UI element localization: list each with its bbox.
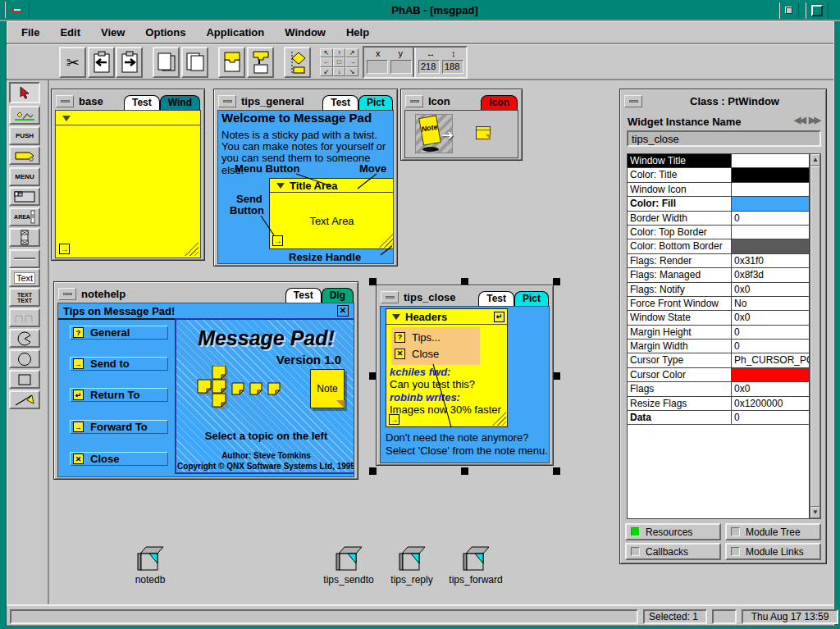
y-field[interactable]: [390, 60, 412, 74]
property-row[interactable]: Force Front Window No: [628, 297, 809, 311]
menu-item[interactable]: Edit: [60, 26, 80, 39]
property-row[interactable]: Margin Height 0: [628, 326, 809, 340]
nudge-arrow-button[interactable]: ↙: [320, 67, 333, 76]
property-row[interactable]: Cursor Type Ph_CURSOR_PO: [628, 353, 809, 367]
property-row[interactable]: Data 0: [628, 411, 809, 425]
pane-tool[interactable]: P: [9, 187, 40, 206]
nudge-arrow-button[interactable]: ↓: [333, 67, 346, 76]
titlebar[interactable]: PhAB - [msgpad]: [0, 0, 840, 21]
topic-button[interactable]: ↵ Return To: [70, 388, 168, 402]
property-row[interactable]: Window Icon: [628, 183, 809, 197]
align-button[interactable]: [284, 47, 311, 78]
topic-button[interactable]: ✕ Close: [70, 452, 168, 466]
module-window-tips-general[interactable]: tips_general Test Pict Welcome to Messag…: [213, 89, 398, 267]
line-tool[interactable]: [9, 390, 40, 409]
selection-handle[interactable]: [553, 372, 560, 380]
property-row[interactable]: Cursor Color: [628, 368, 809, 382]
property-row[interactable]: Border Width 0: [628, 212, 809, 226]
property-row[interactable]: Color: Bottom Border: [628, 239, 809, 253]
next-widget-button[interactable]: ▶▶: [809, 115, 819, 125]
dialog-close-button[interactable]: ✕: [337, 305, 349, 317]
property-value[interactable]: 0: [732, 411, 809, 424]
nudge-arrow-button[interactable]: ↘: [345, 67, 358, 76]
app-icon-small[interactable]: [476, 126, 491, 139]
property-row[interactable]: Window State 0x0: [628, 311, 809, 325]
tab-wind[interactable]: Wind: [160, 95, 200, 110]
nudge-arrow-button[interactable]: ↖: [320, 48, 333, 57]
nudge-arrow-button[interactable]: ↗: [345, 48, 358, 57]
tips-general-canvas[interactable]: Welcome to Message Pad Notes is a sticky…: [217, 110, 394, 264]
detach-widget-button[interactable]: [247, 47, 274, 78]
module-icon-tips-reply[interactable]: tips_reply: [379, 545, 445, 586]
tab-test[interactable]: Test: [322, 95, 358, 110]
note-menu-item[interactable]: ✕ Close: [395, 345, 477, 362]
nudge-arrow-button[interactable]: ←: [320, 57, 333, 66]
property-value[interactable]: 0: [732, 326, 809, 339]
label-tool[interactable]: [9, 146, 40, 165]
property-value[interactable]: [732, 197, 809, 210]
callbacks-toggle[interactable]: Callbacks: [625, 543, 721, 560]
nudge-arrow-button[interactable]: □: [333, 57, 346, 66]
tips-close-titlebar[interactable]: tips_close Test Pict: [380, 289, 550, 306]
module-menu-button[interactable]: [381, 291, 399, 303]
note-menu-icon[interactable]: [62, 116, 71, 121]
property-value[interactable]: 0x8f3d: [732, 268, 809, 281]
separator-tool[interactable]: [9, 249, 40, 268]
module-window-tips-close[interactable]: tips_close Test Pict Headers ↵: [376, 285, 554, 466]
property-value[interactable]: [732, 239, 809, 253]
tab-test[interactable]: Test: [285, 288, 322, 303]
module-menu-button[interactable]: [56, 95, 74, 107]
menu-item[interactable]: Application: [206, 26, 264, 39]
property-row[interactable]: Color: Fill: [628, 197, 809, 211]
arc-tool[interactable]: [9, 329, 40, 348]
property-value[interactable]: 0: [732, 212, 809, 225]
module-icon-tips-sendto[interactable]: tips_sendto: [316, 545, 381, 586]
property-value[interactable]: [732, 183, 809, 196]
module-window-icon[interactable]: Icon Icon Note ➔: [400, 89, 523, 161]
tab-icon[interactable]: Icon: [481, 95, 518, 110]
menu-tool[interactable]: MENU: [9, 167, 40, 186]
module-icon-tips-forward[interactable]: tips_forward: [443, 545, 509, 586]
width-field[interactable]: 218: [418, 60, 440, 74]
menu-item[interactable]: Window: [285, 26, 326, 39]
property-row[interactable]: Window Title: [628, 154, 809, 168]
module-window-base[interactable]: base Test Wind →: [51, 89, 205, 261]
topic-button[interactable]: ? General: [70, 326, 168, 340]
property-value[interactable]: [732, 154, 809, 167]
module-menu-button[interactable]: [405, 95, 423, 107]
property-value[interactable]: [732, 168, 809, 181]
image-tool[interactable]: [9, 106, 40, 125]
pointer-tool[interactable]: [9, 82, 40, 103]
tab-test[interactable]: Test: [124, 95, 160, 110]
resources-toggle[interactable]: Resources: [625, 523, 721, 540]
menu-item[interactable]: Help: [346, 26, 369, 39]
tips-close-canvas[interactable]: Headers ↵ ? Tips... ✕: [380, 306, 550, 463]
base-note-widget[interactable]: →: [55, 110, 201, 258]
nudge-arrow-button[interactable]: →: [345, 57, 358, 66]
minimize-button[interactable]: [779, 2, 799, 19]
cut-button[interactable]: ✂: [59, 47, 86, 78]
window-menu-button[interactable]: [624, 95, 642, 107]
instance-name-input[interactable]: tips_close: [627, 130, 821, 147]
module-tree-toggle[interactable]: Module Tree: [725, 523, 821, 540]
multitext-tool[interactable]: TEXTTEXT: [9, 288, 40, 307]
menu-item[interactable]: Options: [145, 26, 185, 39]
property-value[interactable]: 0x1200000: [732, 397, 809, 410]
property-value[interactable]: 0x31f0: [732, 254, 809, 267]
to-front-button[interactable]: [153, 47, 180, 78]
tab-pict[interactable]: Pict: [514, 291, 549, 306]
property-value[interactable]: [732, 226, 809, 239]
topic-button[interactable]: → Send to: [70, 357, 168, 371]
menu-item[interactable]: File: [21, 26, 39, 39]
property-value[interactable]: 0x0: [732, 283, 809, 296]
menu-item[interactable]: View: [101, 26, 125, 39]
note-menu-item[interactable]: ? Tips...: [395, 329, 477, 345]
button-tool[interactable]: PUSH: [9, 126, 40, 145]
property-row[interactable]: Flags: Managed 0x8f3d: [628, 268, 809, 282]
nudge-arrow-button[interactable]: ↑: [333, 48, 346, 57]
maximize-button[interactable]: [806, 2, 829, 19]
property-value[interactable]: [732, 368, 809, 381]
selection-handle[interactable]: [369, 467, 377, 475]
x-field[interactable]: [367, 60, 388, 74]
base-titlebar[interactable]: base Test Wind: [55, 93, 201, 110]
